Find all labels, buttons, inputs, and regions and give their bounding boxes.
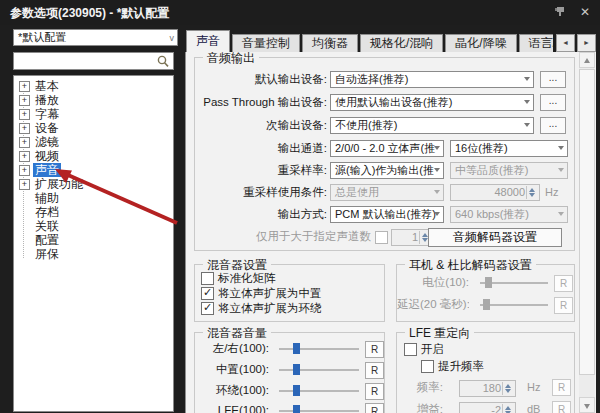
left-right-slider[interactable] bbox=[279, 342, 359, 355]
mixer-settings-group: 混音器设置 标准化矩阵 将立体声扩展为中置 将立体声扩展为环绕 bbox=[194, 264, 385, 322]
gain-spinner[interactable]: -2 bbox=[459, 402, 516, 413]
channel-limit-checkbox[interactable] bbox=[375, 231, 388, 244]
frequency-label: 频率: bbox=[397, 379, 443, 396]
stereo-to-center-label: 将立体声扩展为中置 bbox=[218, 287, 322, 300]
expand-plus-icon[interactable]: + bbox=[19, 165, 30, 176]
passthrough-device-more-button[interactable]: ... bbox=[540, 94, 566, 111]
potential-label: 电位(10): bbox=[397, 274, 469, 291]
default-device-label: 默认输出设备: bbox=[195, 71, 327, 88]
potential-reset-button[interactable]: R bbox=[554, 275, 573, 292]
stereo-to-surround-checkbox[interactable] bbox=[201, 302, 214, 315]
left-right-reset-button[interactable]: R bbox=[365, 341, 384, 358]
scroll-up-icon[interactable] bbox=[579, 52, 595, 68]
center-label: 中置(100): bbox=[195, 361, 269, 378]
surround-slider[interactable] bbox=[279, 384, 359, 397]
titlebar: 参数选项(230905) - *默认配置 ✕ bbox=[0, 0, 600, 25]
passthrough-device-dropdown[interactable]: 使用默认输出设备(推荐) bbox=[330, 94, 534, 111]
output-bits-dropdown[interactable]: 16位(推荐) bbox=[450, 140, 568, 157]
secondary-device-more-button[interactable]: ... bbox=[540, 117, 566, 134]
vertical-scrollbar[interactable] bbox=[579, 52, 595, 413]
chevron-down-icon bbox=[434, 212, 440, 216]
search-input[interactable] bbox=[13, 52, 174, 70]
chevron-down-icon: v bbox=[170, 34, 175, 43]
sample-rate-spinner[interactable]: 48000 bbox=[450, 184, 540, 201]
output-mode-label: 输出方式: bbox=[195, 206, 327, 223]
audio-decoder-settings-button[interactable]: 音频解码器设置 bbox=[428, 228, 562, 247]
search-icon bbox=[156, 54, 170, 68]
expand-plus-icon[interactable]: + bbox=[19, 151, 30, 162]
center-reset-button[interactable]: R bbox=[365, 362, 384, 379]
gain-reset-button[interactable]: R bbox=[552, 401, 571, 413]
secondary-device-dropdown[interactable]: 不使用(推荐) bbox=[330, 117, 534, 134]
potential-slider[interactable] bbox=[480, 276, 548, 289]
expand-plus-icon[interactable]: + bbox=[19, 137, 30, 148]
stereo-to-center-checkbox[interactable] bbox=[201, 287, 214, 300]
normalize-matrix-checkbox[interactable] bbox=[201, 272, 214, 285]
expand-plus-icon[interactable]: + bbox=[19, 123, 30, 134]
close-icon[interactable]: ✕ bbox=[576, 4, 594, 22]
chevron-down-icon bbox=[558, 212, 564, 216]
expand-plus-icon[interactable]: + bbox=[19, 179, 30, 190]
chevron-down-icon bbox=[524, 100, 530, 104]
resample-condition-dropdown[interactable]: 总是使用 bbox=[330, 184, 444, 201]
audio-output-group-title: 音频输出 bbox=[203, 52, 259, 67]
normalize-matrix-label: 标准化矩阵 bbox=[218, 272, 276, 285]
resample-quality-dropdown[interactable]: 中等品质(推荐) bbox=[450, 162, 568, 179]
resampler-dropdown[interactable]: 源(输入)作为输出(推 bbox=[330, 162, 444, 179]
chevron-down-icon bbox=[558, 168, 564, 172]
frequency-reset-button[interactable]: R bbox=[552, 379, 571, 396]
delay-slider[interactable] bbox=[480, 298, 548, 311]
tab-normalize-reverb[interactable]: 规格化/混响 bbox=[360, 34, 443, 52]
passthrough-device-label: Pass Through 输出设备: bbox=[195, 94, 327, 111]
chevron-down-icon bbox=[434, 168, 440, 172]
spinner-arrows-icon[interactable] bbox=[502, 382, 514, 395]
secondary-device-label: 次输出设备: bbox=[195, 117, 327, 134]
output-channels-dropdown[interactable]: 2/0/0 - 2.0 立体声(推 bbox=[330, 140, 444, 157]
tab-scroll-right-icon[interactable]: ► bbox=[577, 34, 596, 52]
tab-sound[interactable]: 声音 bbox=[186, 30, 230, 52]
tab-scroll-left-icon[interactable]: ◄ bbox=[556, 34, 575, 52]
boost-frequency-checkbox[interactable] bbox=[421, 360, 434, 373]
lfe-volume-slider[interactable] bbox=[279, 404, 359, 413]
preset-value: *默认配置 bbox=[18, 31, 66, 43]
expand-plus-icon[interactable]: + bbox=[19, 81, 30, 92]
spinner-arrows-icon[interactable] bbox=[502, 404, 514, 413]
left-right-label: 左/右(100): bbox=[195, 340, 269, 357]
gain-label: 增益: bbox=[397, 401, 443, 413]
default-device-more-button[interactable]: ... bbox=[540, 71, 566, 88]
output-mode-dropdown[interactable]: PCM 默认输出(推荐) bbox=[330, 206, 444, 223]
mixer-volume-group: 混音器音量 左/右(100): R 中置(100): R 环绕(100): R … bbox=[194, 332, 385, 413]
preset-dropdown[interactable]: *默认配置 v bbox=[13, 29, 178, 46]
pin-icon[interactable] bbox=[548, 3, 570, 21]
delay-reset-button[interactable]: R bbox=[554, 297, 573, 314]
lfe-enable-checkbox[interactable] bbox=[404, 343, 417, 356]
expand-plus-icon[interactable]: + bbox=[19, 95, 30, 106]
hz-unit-label: Hz bbox=[545, 184, 558, 201]
scrollbar-thumb[interactable] bbox=[579, 69, 595, 375]
lfe-enable-label: 开启 bbox=[421, 343, 444, 356]
resample-condition-label: 重采样使用条件: bbox=[195, 184, 327, 201]
tab-equalizer[interactable]: 均衡器 bbox=[302, 34, 358, 52]
channel-limit-label: 仅用于大于指定声道数 bbox=[195, 228, 371, 245]
window-right-edge bbox=[596, 25, 600, 413]
center-slider[interactable] bbox=[279, 363, 359, 376]
lfe-redirect-group-title: LFE 重定向 bbox=[405, 325, 474, 342]
frequency-spinner[interactable]: 180 bbox=[459, 380, 516, 397]
expand-plus-icon[interactable]: + bbox=[19, 109, 30, 120]
spinner-arrows-icon[interactable] bbox=[526, 186, 538, 199]
lfe-volume-label: LFE(100): bbox=[195, 402, 269, 413]
surround-reset-button[interactable]: R bbox=[365, 383, 384, 400]
default-device-dropdown[interactable]: 自动选择(推荐) bbox=[330, 71, 534, 88]
stereo-to-surround-label: 将立体声扩展为环绕 bbox=[218, 302, 322, 315]
channel-limit-spinner[interactable]: 1 bbox=[391, 229, 433, 246]
scroll-down-icon[interactable] bbox=[579, 397, 595, 413]
bitrate-dropdown[interactable]: 640 kbps(推荐) bbox=[450, 206, 568, 223]
tab-crystal-denoise[interactable]: 晶化/降噪 bbox=[445, 34, 516, 52]
audio-output-group: 音频输出 默认输出设备: 自动选择(推荐) ... Pass Through 输… bbox=[194, 57, 575, 251]
boost-frequency-label: 提升频率 bbox=[438, 360, 484, 373]
lfe-redirect-group: LFE 重定向 开启 提升频率 频率: 180 Hz R 增益: -2 dB R bbox=[396, 332, 575, 413]
tab-scroll-buttons: ◄ ► bbox=[553, 33, 596, 52]
lfe-volume-reset-button[interactable]: R bbox=[365, 403, 384, 413]
tab-volume-control[interactable]: 音量控制 bbox=[232, 34, 300, 52]
resampler-label: 重采样率: bbox=[195, 162, 327, 179]
